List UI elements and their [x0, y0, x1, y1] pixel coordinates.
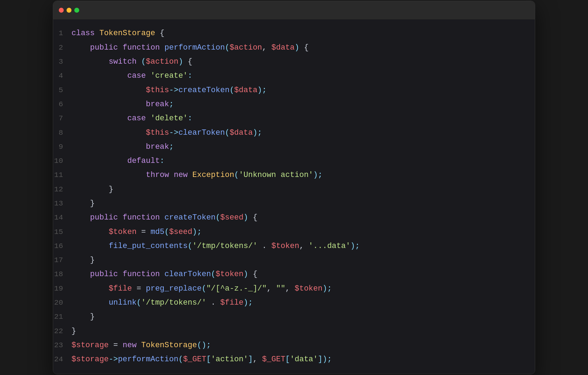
close-button[interactable]	[59, 8, 64, 13]
code-line-23: 23 $storage = new TokenStorage();	[53, 338, 535, 352]
code-line-3: 3 switch ($action) {	[53, 55, 535, 69]
code-editor: 1 class TokenStorage { 2 public function…	[53, 19, 535, 374]
code-line-11: 11 throw new Exception('Unknown action')…	[53, 168, 535, 182]
code-line-22: 22 }	[53, 324, 535, 338]
code-line-9: 9 break;	[53, 140, 535, 154]
code-line-12: 12 }	[53, 183, 535, 197]
titlebar	[53, 1, 535, 19]
code-line-10: 10 default:	[53, 154, 535, 168]
code-line-4: 4 case 'create':	[53, 69, 535, 83]
maximize-button[interactable]	[74, 8, 79, 13]
code-line-2: 2 public function performAction($action,…	[53, 41, 535, 55]
code-line-18: 18 public function clearToken($token) {	[53, 267, 535, 281]
code-line-15: 15 $token = md5($seed);	[53, 225, 535, 239]
code-line-16: 16 file_put_contents('/tmp/tokens/' . $t…	[53, 239, 535, 253]
code-line-8: 8 $this->clearToken($data);	[53, 126, 535, 140]
code-line-1: 1 class TokenStorage {	[53, 26, 535, 40]
code-line-21: 21 }	[53, 310, 535, 324]
code-line-7: 7 case 'delete':	[53, 112, 535, 126]
minimize-button[interactable]	[67, 8, 71, 13]
code-line-19: 19 $file = preg_replace("/[^a-z.-_]/", "…	[53, 282, 535, 296]
code-line-14: 14 public function createToken($seed) {	[53, 211, 535, 225]
code-line-24: 24 $storage->performAction($_GET['action…	[53, 352, 535, 367]
code-line-5: 5 $this->createToken($data);	[53, 83, 535, 97]
editor-window: 1 class TokenStorage { 2 public function…	[53, 1, 535, 374]
code-line-17: 17 }	[53, 253, 535, 267]
code-line-20: 20 unlink('/tmp/tokens/' . $file);	[53, 296, 535, 310]
code-line-6: 6 break;	[53, 97, 535, 112]
code-line-13: 13 }	[53, 197, 535, 211]
